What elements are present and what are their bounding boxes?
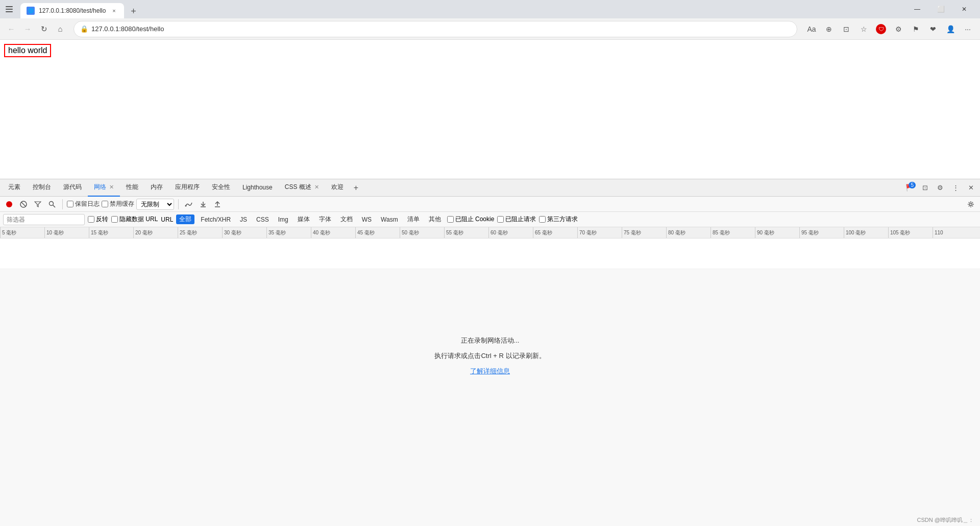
devtools-close-button[interactable]: ✕ [964, 181, 978, 195]
devtools-settings-button[interactable]: ⚙ [933, 181, 947, 195]
extensions-icon[interactable]: ⚙ [890, 21, 906, 37]
devtools-dock-button[interactable]: ⊡ [918, 181, 932, 195]
export-har-button[interactable] [211, 198, 224, 210]
read-icon: Aa [807, 25, 816, 33]
toolbar-divider-1 [62, 199, 63, 209]
split-screen-icon[interactable]: ⊡ [838, 21, 854, 37]
elements-tab-label: 元素 [8, 183, 20, 192]
window-controls-right: — ⬜ ✕ [905, 0, 976, 18]
devtools-panel: 元素 控制台 源代码 网络 ✕ 性能 内存 应用程序 安全性 [0, 179, 980, 526]
devtools-tab-right-icons: 🚩 5 ⊡ ⚙ ⋮ ✕ [902, 181, 978, 195]
svg-line-5 [21, 202, 26, 206]
filter-manifest-button[interactable]: 清单 [404, 214, 423, 224]
filter-ws-button[interactable]: WS [359, 216, 375, 224]
network-tab-close[interactable]: ✕ [109, 184, 114, 190]
devtools-tab-lighthouse[interactable]: Lighthouse [236, 179, 279, 197]
timeline-tick: 40 毫秒 [311, 227, 355, 238]
disable-cache-checkbox[interactable] [102, 201, 108, 207]
third-party-label: 第三方请求 [547, 215, 578, 224]
sidebar-toggle-icon[interactable] [4, 4, 14, 14]
filter-other-button[interactable]: 其他 [426, 214, 444, 224]
performance-tab-label: 性能 [126, 183, 138, 192]
filter-fetch-xhr-button[interactable]: Fetch/XHR [198, 216, 234, 224]
browser-window: 🌐 127.0.0.1:8080/test/hello × + — ⬜ ✕ ← … [0, 0, 980, 157]
recording-text: 正在录制网络活动... [461, 336, 520, 345]
devtools-tab-application[interactable]: 应用程序 [169, 179, 206, 197]
collections-icon[interactable]: ⚑ [908, 21, 924, 37]
active-tab[interactable]: 🌐 127.0.0.1:8080/test/hello × [20, 3, 124, 18]
back-button[interactable]: ← [4, 22, 18, 36]
address-input[interactable] [91, 25, 791, 33]
preserve-log-checkbox-group[interactable]: 保留日志 [67, 200, 100, 208]
network-settings-button[interactable] [965, 198, 977, 210]
blocked-requests-label: 已阻止请求 [505, 215, 536, 224]
blocked-requests-checkbox[interactable] [497, 216, 504, 223]
devtools-tab-console[interactable]: 控制台 [27, 179, 57, 197]
record-stop-button[interactable] [3, 198, 15, 210]
preserve-log-checkbox[interactable] [67, 201, 74, 207]
devtools-tab-css-overview[interactable]: CSS 概述 ✕ [279, 179, 325, 197]
window-controls-left [4, 4, 14, 14]
filter-wasm-button[interactable]: Wasm [378, 216, 401, 224]
devtools-tab-sources[interactable]: 源代码 [57, 179, 88, 197]
profile-icon[interactable]: 👤 [942, 21, 959, 37]
hide-data-urls-checkbox-group[interactable]: 隐藏数据 URL [111, 215, 158, 224]
filter-img-button[interactable]: Img [275, 216, 291, 224]
timeline-tick: 25 毫秒 [178, 227, 222, 238]
application-tab-label: 应用程序 [175, 183, 200, 192]
filter-js-button[interactable]: JS [237, 216, 250, 224]
favorites-icon[interactable]: ☆ [855, 21, 872, 37]
tab-favicon: 🌐 [27, 7, 35, 15]
devtools-issues-button[interactable]: 🚩 5 [902, 181, 917, 195]
zoom-icon[interactable]: ⊕ [821, 21, 837, 37]
filter-input[interactable] [3, 214, 85, 225]
shield-icon[interactable]: 🛡 [873, 21, 889, 37]
add-devtools-tab-button[interactable]: + [350, 179, 362, 197]
svg-point-3 [6, 201, 12, 207]
refresh-button[interactable]: ↻ [37, 22, 51, 36]
minimize-button[interactable]: — [905, 0, 929, 18]
blocked-cookies-checkbox[interactable] [447, 216, 454, 223]
devtools-tab-memory[interactable]: 内存 [144, 179, 169, 197]
learn-more-link[interactable]: 了解详细信息 [470, 367, 510, 376]
home-button[interactable]: ⌂ [53, 22, 67, 36]
css-overview-tab-close[interactable]: ✕ [314, 184, 319, 190]
throttle-select[interactable]: 无限制 快速 3G 慢速 3G 离线 [136, 199, 174, 210]
maximize-button[interactable]: ⬜ [929, 0, 952, 18]
devtools-tab-security[interactable]: 安全性 [206, 179, 236, 197]
devtools-tab-network[interactable]: 网络 ✕ [88, 179, 120, 197]
search-network-button[interactable] [46, 198, 58, 210]
third-party-checkbox-group[interactable]: 第三方请求 [539, 215, 578, 224]
blocked-requests-checkbox-group[interactable]: 已阻止请求 [497, 215, 536, 224]
devtools-more-button[interactable]: ⋮ [948, 181, 963, 195]
read-mode-icon[interactable]: Aa [803, 21, 820, 37]
clear-network-button[interactable] [17, 198, 30, 210]
toolbar-divider-2 [178, 199, 179, 209]
filter-font-button[interactable]: 字体 [316, 214, 334, 224]
devtools-tab-performance[interactable]: 性能 [120, 179, 144, 197]
new-tab-button[interactable]: + [126, 4, 140, 18]
invert-checkbox-group[interactable]: 反转 [88, 215, 108, 224]
tab-close-button[interactable]: × [110, 7, 118, 15]
browser-essentials-icon[interactable]: ❤ [925, 21, 941, 37]
network-conditions-button[interactable] [183, 198, 195, 210]
filter-network-button[interactable] [32, 198, 44, 210]
address-bar-wrapper: 🔒 [74, 21, 797, 37]
invert-checkbox[interactable] [88, 216, 94, 223]
hide-data-urls-checkbox[interactable] [111, 216, 118, 223]
filter-all-button[interactable]: 全部 [176, 214, 194, 224]
sources-tab-label: 源代码 [63, 183, 82, 192]
blocked-cookies-checkbox-group[interactable]: 已阻止 Cookie [447, 215, 495, 224]
filter-media-button[interactable]: 媒体 [295, 214, 313, 224]
close-button[interactable]: ✕ [952, 0, 976, 18]
forward-button[interactable]: → [20, 22, 35, 36]
more-menu-icon[interactable]: ··· [960, 21, 976, 37]
filter-css-button[interactable]: CSS [253, 216, 272, 224]
devtools-tab-elements[interactable]: 元素 [2, 179, 27, 197]
disable-cache-checkbox-group[interactable]: 禁用缓存 [102, 200, 134, 208]
third-party-checkbox[interactable] [539, 216, 546, 223]
timeline-tick: 5 毫秒 [0, 227, 44, 238]
devtools-tab-welcome[interactable]: 欢迎 [325, 179, 350, 197]
import-har-button[interactable] [197, 198, 209, 210]
filter-doc-button[interactable]: 文档 [337, 214, 356, 224]
